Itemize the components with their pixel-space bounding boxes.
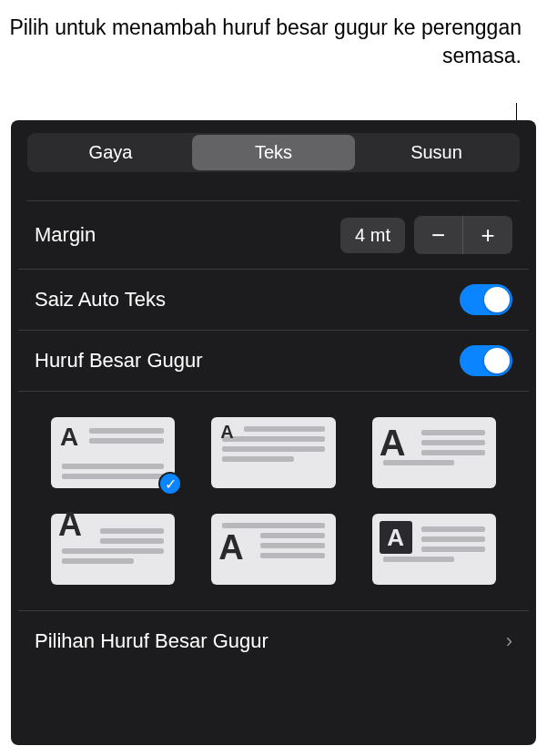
drop-cap-style-4[interactable]: A [51,514,175,585]
auto-size-toggle[interactable] [460,284,512,315]
chevron-right-icon: › [506,629,512,653]
drop-cap-style-5[interactable]: A [211,514,335,585]
tab-teks[interactable]: Teks [192,135,355,170]
margin-controls: 4 mt − + [340,216,512,254]
drop-cap-glyph-icon: A [380,521,412,554]
drop-cap-glyph-icon: A [58,508,82,541]
margin-label: Margin [35,223,96,247]
checkmark-icon: ✓ [158,472,182,495]
auto-size-row: Saiz Auto Teks [18,270,529,331]
drop-cap-row: Huruf Besar Gugur [18,331,529,392]
tab-gaya[interactable]: Gaya [29,135,192,170]
text-panel: Gaya Teks Susun Margin 4 mt − + Saiz Aut… [11,120,536,745]
toggle-knob [484,348,510,373]
callout-text: Pilih untuk menambah huruf besar gugur k… [0,14,522,70]
drop-cap-glyph-icon: A [60,424,78,450]
tab-susun[interactable]: Susun [355,135,518,170]
drop-cap-style-grid: A ✓ A A [18,392,529,611]
drop-cap-label: Huruf Besar Gugur [35,349,203,373]
auto-size-label: Saiz Auto Teks [35,288,166,312]
drop-cap-glyph-icon: A [220,423,233,441]
margin-decrease-button[interactable]: − [414,216,463,254]
margin-stepper: − + [414,216,512,254]
toggle-knob [484,287,510,312]
panel-strip [27,181,520,201]
drop-cap-toggle[interactable] [460,345,512,376]
drop-cap-glyph-icon: A [380,424,406,461]
format-tabs: Gaya Teks Susun [27,133,520,172]
drop-cap-glyph-icon: A [218,530,243,565]
drop-cap-style-6[interactable]: A [372,514,496,585]
drop-cap-style-2[interactable]: A [211,417,335,488]
margin-value[interactable]: 4 mt [340,218,405,253]
margin-increase-button[interactable]: + [463,216,512,254]
drop-cap-style-3[interactable]: A [372,417,496,488]
drop-cap-style-1[interactable]: A ✓ [51,417,175,488]
drop-cap-options-label: Pilihan Huruf Besar Gugur [35,629,268,653]
drop-cap-options-button[interactable]: Pilihan Huruf Besar Gugur › [18,611,529,671]
margin-row: Margin 4 mt − + [18,201,529,270]
